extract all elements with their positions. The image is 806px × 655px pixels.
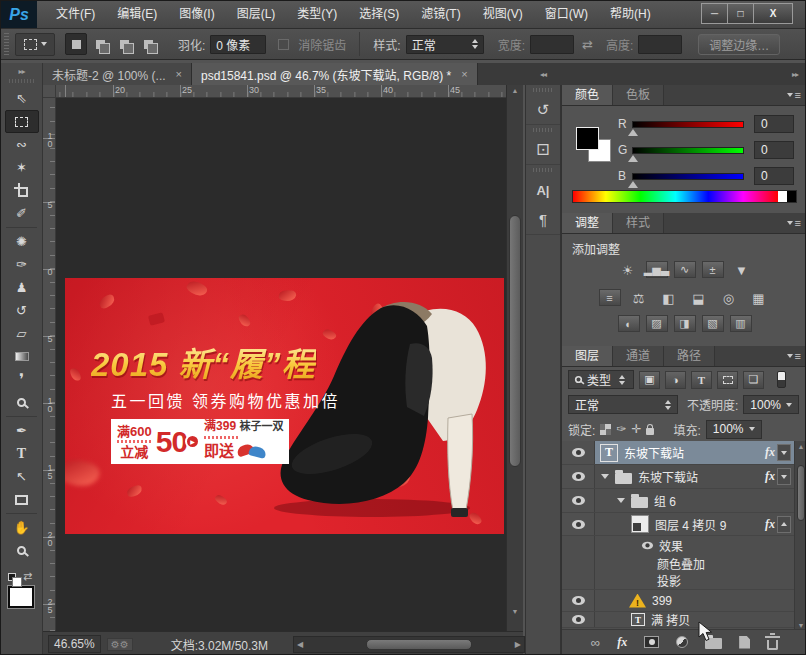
collapse-group-icon[interactable] (617, 498, 625, 503)
new-selection-button[interactable] (65, 33, 87, 55)
visibility-cell[interactable] (562, 441, 595, 464)
filter-toggle-switch[interactable] (777, 371, 786, 388)
status-options-icon[interactable]: ⚙⚙ (107, 638, 133, 651)
clone-stamp-tool[interactable]: ♟ (5, 276, 39, 299)
dodge-tool[interactable] (5, 391, 39, 414)
scroll-up-icon[interactable]: ▲ (795, 443, 806, 450)
layer-row-layer4-copy9[interactable]: 图层 4 拷贝 9 fx (562, 513, 806, 536)
foreground-color-swatch[interactable] (8, 586, 34, 608)
visibility-cell[interactable] (562, 590, 595, 611)
antialias-checkbox[interactable] (278, 39, 289, 50)
layer-row-399[interactable]: ! 399 (562, 590, 806, 612)
layer-row-text-dongpo[interactable]: T 东坡下载站 fx (562, 441, 806, 465)
opacity-dropdown[interactable]: 100% (743, 395, 799, 414)
character-panel-icon[interactable]: A| (526, 175, 560, 205)
panel-menu-icon[interactable]: ≡ (787, 350, 801, 362)
crop-tool[interactable] (5, 179, 39, 202)
menu-help[interactable]: 帮助(H) (599, 1, 662, 28)
feather-input[interactable]: 0 像素 (210, 35, 266, 54)
refine-edge-button[interactable]: 调整边缘… (698, 34, 780, 55)
eyedropper-tool[interactable]: ✐ (5, 202, 39, 225)
expand-dock-icon[interactable]: ◂◂ (540, 70, 546, 79)
horizontal-ruler[interactable]: 20 25 30 35 40 45 (56, 85, 506, 98)
history-panel-icon[interactable]: ↺ (526, 95, 560, 125)
tool-preset-dropdown[interactable] (15, 33, 55, 56)
minimize-button[interactable]: ─ (701, 3, 728, 24)
fx-expand-button[interactable] (777, 516, 791, 533)
lock-pixels-icon[interactable]: ✑ (616, 422, 626, 436)
scroll-right-icon[interactable]: ▶ (515, 640, 521, 649)
hscrollbar-thumb[interactable] (366, 639, 472, 650)
scroll-down-icon[interactable]: ▼ (507, 608, 523, 615)
blue-value-field[interactable]: 0 (754, 167, 794, 185)
color-spectrum-ramp[interactable] (572, 190, 797, 203)
eye-icon[interactable] (572, 496, 585, 505)
subtract-selection-button[interactable] (113, 33, 135, 55)
slider-thumb[interactable] (628, 181, 638, 188)
selective-color-icon[interactable]: ▥ (730, 315, 752, 332)
blue-slider[interactable] (632, 173, 744, 180)
close-tab-icon[interactable]: × (176, 68, 182, 80)
panel-menu-icon[interactable]: ≡ (787, 89, 801, 101)
3d-panel-icon[interactable]: ⚀ (526, 135, 560, 165)
scroll-up-icon[interactable]: ▲ (507, 87, 523, 94)
tab-untitled-2[interactable]: 未标题-2 @ 100% (... × (43, 63, 192, 85)
layer-list-scrollbar[interactable]: ▲ ▼ (794, 441, 806, 631)
tab-psd15841[interactable]: psd15841.psd @ 46.7% (东坡下载站, RGB/8) * × (192, 63, 478, 85)
zoom-level-field[interactable]: 46.65% (48, 635, 101, 653)
menu-filter[interactable]: 滤镜(T) (410, 1, 471, 28)
vibrance-icon[interactable]: ▼ (730, 261, 754, 280)
gradient-map-icon[interactable]: ▧ (702, 315, 724, 332)
gradient-tool[interactable] (5, 345, 39, 368)
scroll-down-icon[interactable]: ▼ (795, 622, 806, 629)
tab-layers[interactable]: 图层 (562, 346, 613, 366)
levels-icon[interactable]: ▂▅▃ (646, 261, 668, 278)
filter-shape-layers-icon[interactable] (717, 371, 738, 389)
vscrollbar-thumb[interactable] (509, 215, 521, 467)
link-layers-icon[interactable]: ∞ (591, 635, 600, 650)
magic-wand-tool[interactable]: ✶ (5, 156, 39, 179)
black-white-icon[interactable]: ◧ (657, 289, 681, 308)
collapse-group-icon[interactable] (601, 474, 609, 479)
menu-layer[interactable]: 图层(L) (226, 1, 287, 28)
eye-icon[interactable] (572, 448, 585, 457)
style-dropdown[interactable]: 正常 (406, 35, 484, 54)
layer-row-man-copy[interactable]: T 满 拷贝 (562, 612, 806, 628)
move-tool[interactable]: ⇖ (5, 87, 39, 110)
channel-mixer-icon[interactable]: ◎ (717, 289, 741, 308)
collapse-tools-icon[interactable]: ▸▸ (1, 63, 42, 78)
threshold-icon[interactable]: ◨ (674, 315, 696, 332)
layer-row-group-6[interactable]: 组 6 (562, 489, 806, 513)
paragraph-panel-icon[interactable]: ¶ (526, 205, 560, 235)
collapse-dock-icon[interactable]: ▸▸ (792, 70, 798, 79)
layer-row-color-overlay[interactable]: 颜色叠加 (562, 554, 806, 572)
fx-collapse-button[interactable] (777, 468, 791, 485)
menu-window[interactable]: 窗口(W) (534, 1, 599, 28)
eye-icon[interactable] (572, 615, 585, 624)
spectrum-gradient[interactable] (573, 191, 778, 202)
panel-grip[interactable] (533, 128, 553, 132)
layer-row-drop-shadow[interactable]: 投影 (562, 572, 806, 590)
foreground-color-swatch[interactable] (576, 127, 599, 150)
delete-layer-icon[interactable] (767, 640, 778, 650)
maximize-button[interactable]: □ (727, 3, 754, 24)
eye-icon[interactable] (572, 472, 585, 481)
default-colors-icon[interactable] (8, 573, 16, 581)
eye-icon[interactable] (642, 541, 653, 549)
ruler-origin-corner[interactable] (43, 85, 56, 98)
tab-color[interactable]: 颜色 (562, 85, 613, 105)
menu-file[interactable]: 文件(F) (45, 1, 106, 28)
white-picker[interactable] (778, 191, 787, 202)
healing-brush-tool[interactable]: ✺ (5, 230, 39, 253)
lasso-tool[interactable]: ∾ (5, 133, 39, 156)
filter-type-layers-icon[interactable]: T (691, 371, 712, 389)
fx-collapse-button[interactable] (777, 444, 791, 461)
tools-grip[interactable] (9, 79, 34, 83)
add-selection-button[interactable] (89, 33, 111, 55)
layer-row-group-dongpo[interactable]: 东坡下载站 fx (562, 465, 806, 489)
menu-image[interactable]: 图像(I) (168, 1, 225, 28)
canvas-viewport[interactable]: 2015 新“履”程 五一回馈 领券购物优惠加倍 满600 立减 50 ▶ 满3… (56, 98, 506, 631)
layer-row-effects[interactable]: 效果 (562, 536, 806, 554)
filter-smart-objects-icon[interactable]: ❏ (743, 371, 764, 389)
filter-adjustment-layers-icon[interactable]: ◑ (665, 371, 686, 389)
